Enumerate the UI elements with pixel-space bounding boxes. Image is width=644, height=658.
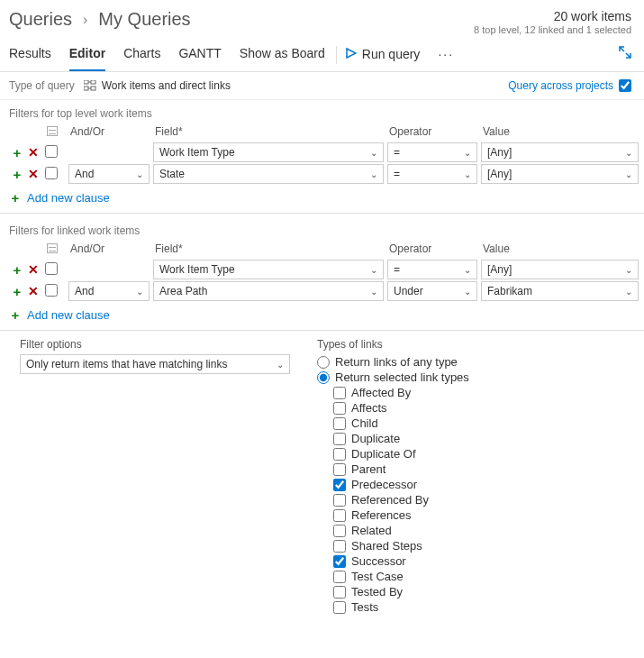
link-type-checkbox[interactable] [333, 463, 346, 476]
chevron-down-icon: ⌄ [370, 169, 377, 179]
link-type-checkbox[interactable] [333, 494, 346, 507]
link-type-checkbox[interactable] [333, 586, 346, 599]
filter-row: + ✕ Work Item Type⌄ =⌄ [Any]⌄ [9, 142, 640, 163]
link-type-checkbox[interactable] [333, 509, 346, 522]
columns-icon[interactable] [47, 126, 58, 136]
plus-icon: + [9, 190, 22, 206]
link-type-affects[interactable]: Affects [333, 400, 469, 416]
run-query-button[interactable]: Run query [346, 47, 421, 70]
link-radio-any[interactable]: Return links of any type [317, 354, 469, 370]
expand-icon[interactable] [619, 46, 631, 70]
link-type-references[interactable]: References [333, 507, 469, 523]
tab-show-as-board[interactable]: Show as Board [240, 46, 325, 71]
operator-select[interactable]: =⌄ [387, 164, 477, 184]
andor-select[interactable]: And⌄ [68, 164, 150, 184]
link-type-predecessor[interactable]: Predecessor [333, 477, 469, 492]
add-row-icon[interactable]: + [11, 284, 23, 299]
remove-row-icon[interactable]: ✕ [27, 145, 40, 160]
link-type-checkbox[interactable] [333, 571, 346, 583]
add-row-icon[interactable]: + [11, 262, 23, 278]
link-type-checkbox[interactable] [333, 433, 346, 445]
chevron-down-icon: ⌄ [370, 287, 377, 297]
row-checkbox[interactable] [45, 145, 58, 158]
link-type-related[interactable]: Related [333, 523, 469, 538]
field-select[interactable]: Work Item Type⌄ [153, 260, 384, 279]
chevron-down-icon: ⌄ [370, 148, 377, 158]
add-clause-top[interactable]: + Add new clause [0, 185, 644, 213]
link-type-child[interactable]: Child [333, 416, 469, 431]
link-type-referenced-by[interactable]: Referenced By [333, 492, 469, 507]
link-type-tested-by[interactable]: Tested By [333, 584, 469, 599]
link-type-checkbox[interactable] [333, 417, 346, 430]
breadcrumb-current[interactable]: My Queries [98, 9, 190, 30]
operator-select[interactable]: Under⌄ [387, 281, 477, 301]
add-clause-linked[interactable]: + Add new clause [0, 302, 644, 330]
tab-results[interactable]: Results [9, 46, 51, 71]
remove-row-icon[interactable]: ✕ [27, 167, 40, 182]
andor-select[interactable]: And⌄ [68, 281, 150, 301]
chevron-down-icon: ⌄ [625, 169, 632, 179]
chevron-right-icon: › [83, 12, 87, 28]
link-type-affected-by[interactable]: Affected By [333, 385, 469, 400]
link-type-successor[interactable]: Successor [333, 553, 469, 569]
remove-row-icon[interactable]: ✕ [27, 284, 40, 299]
filter-options-select[interactable]: Only return items that have matching lin… [20, 354, 290, 374]
tab-charts[interactable]: Charts [123, 46, 160, 71]
work-items-detail: 8 top level, 12 linked and 1 selected [474, 23, 631, 36]
value-select[interactable]: [Any]⌄ [481, 142, 639, 162]
types-of-links-label: Types of links [317, 338, 469, 351]
columns-icon[interactable] [47, 243, 58, 253]
row-checkbox[interactable] [45, 167, 58, 179]
value-select[interactable]: [Any]⌄ [481, 164, 639, 184]
filters-linked-label: Filters for linked work items [0, 217, 644, 241]
query-across-checkbox[interactable] [619, 79, 631, 92]
tab-bar: ResultsEditorChartsGANTTShow as Board [9, 46, 325, 71]
row-checkbox[interactable] [45, 284, 58, 297]
chevron-down-icon: ⌄ [464, 265, 471, 275]
row-checkbox[interactable] [45, 262, 58, 275]
link-type-checkbox[interactable] [333, 601, 346, 614]
breadcrumb-root[interactable]: Queries [9, 9, 72, 30]
link-type-parent[interactable]: Parent [333, 462, 469, 477]
link-type-duplicate-of[interactable]: Duplicate Of [333, 446, 469, 462]
field-select[interactable]: State⌄ [153, 164, 384, 184]
link-type-duplicate[interactable]: Duplicate [333, 431, 469, 446]
link-radio-selected[interactable]: Return selected link types [317, 370, 469, 385]
link-type-checkbox[interactable] [333, 540, 346, 553]
chevron-down-icon: ⌄ [277, 360, 284, 370]
chevron-down-icon: ⌄ [625, 287, 632, 297]
link-type-checkbox[interactable] [333, 448, 346, 461]
operator-select[interactable]: =⌄ [387, 142, 477, 162]
filters-top-label: Filters for top level work items [0, 100, 644, 123]
remove-row-icon[interactable]: ✕ [27, 262, 40, 278]
filter-row: + ✕ Work Item Type⌄ =⌄ [Any]⌄ [9, 259, 640, 280]
tab-gantt[interactable]: GANTT [178, 46, 221, 71]
query-type-value[interactable]: Work items and direct links [84, 79, 231, 92]
link-type-checkbox[interactable] [333, 479, 346, 491]
svg-rect-1 [91, 80, 95, 84]
link-type-checkbox[interactable] [333, 387, 346, 399]
query-across-label: Query across projects [508, 79, 613, 92]
field-select[interactable]: Area Path⌄ [153, 281, 384, 301]
link-type-tests[interactable]: Tests [333, 599, 469, 615]
link-type-checkbox[interactable] [333, 402, 346, 415]
link-type-shared-steps[interactable]: Shared Steps [333, 538, 469, 553]
link-type-test-case[interactable]: Test Case [333, 569, 469, 584]
more-actions-button[interactable]: ··· [438, 47, 454, 70]
tab-editor[interactable]: Editor [69, 46, 105, 71]
chevron-down-icon: ⌄ [464, 287, 471, 297]
link-type-checkbox[interactable] [333, 555, 346, 568]
run-query-label: Run query [362, 47, 421, 61]
value-select[interactable]: [Any]⌄ [481, 260, 639, 279]
add-row-icon[interactable]: + [11, 167, 23, 182]
col-operator: Operator [385, 123, 479, 142]
work-items-summary: 20 work items 8 top level, 12 linked and… [474, 9, 631, 36]
field-select[interactable]: Work Item Type⌄ [153, 142, 384, 162]
chevron-down-icon: ⌄ [464, 169, 471, 179]
add-row-icon[interactable]: + [11, 145, 23, 160]
chevron-down-icon: ⌄ [370, 265, 377, 275]
link-type-checkbox[interactable] [333, 525, 346, 537]
value-select[interactable]: Fabrikam⌄ [481, 281, 639, 301]
operator-select[interactable]: =⌄ [387, 260, 477, 279]
col-field: Field* [151, 123, 385, 142]
